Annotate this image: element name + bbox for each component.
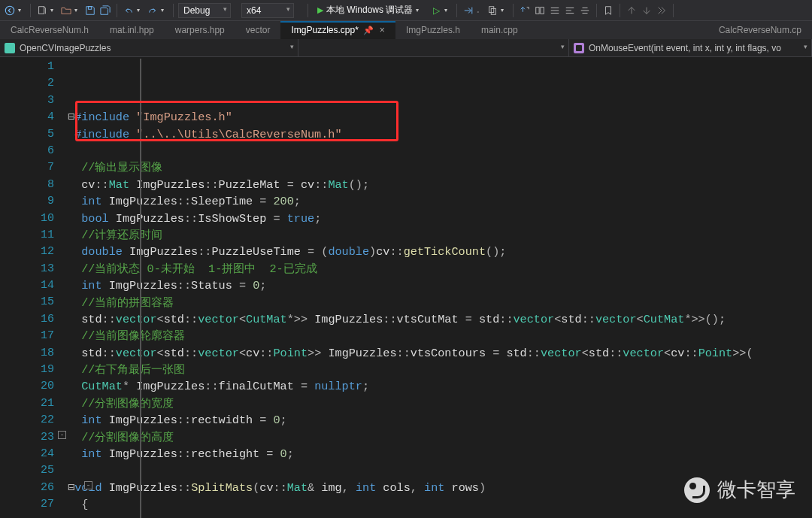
line-number: 2: [0, 75, 54, 92]
line-number: 9: [0, 193, 54, 210]
code-line[interactable]: int ImgPuzzles::rectwidth = 0;: [68, 412, 812, 429]
code-line[interactable]: //输出显示图像: [68, 159, 812, 176]
code-line[interactable]: //分割图像的宽度: [68, 395, 812, 412]
code-line[interactable]: ⊟#include "ImgPuzzles.h": [68, 109, 812, 126]
pin-icon[interactable]: 📌: [363, 26, 374, 35]
tool2-icon[interactable]: [533, 4, 547, 17]
tab-mat-inl-hpp[interactable]: mat.inl.hpp: [99, 21, 165, 39]
line-number: 10: [0, 211, 54, 227]
line-number: 26: [0, 480, 54, 496]
code-line[interactable]: cv::Mat ImgPuzzles::PuzzleMat = cv::Mat(…: [68, 177, 812, 193]
save-icon[interactable]: [83, 4, 97, 17]
line-number: 23: [0, 429, 54, 446]
nav3-icon[interactable]: [655, 4, 668, 17]
save-all-icon[interactable]: [98, 4, 112, 17]
code-line[interactable]: [68, 513, 812, 518]
redo-dropdown[interactable]: ▾: [161, 7, 167, 14]
bookmark-icon[interactable]: [601, 4, 615, 17]
code-line[interactable]: std::vector<std::vector<cv::Point>> ImgP…: [68, 345, 812, 362]
files-icon[interactable]: [486, 4, 499, 17]
code-line[interactable]: CutMat* ImgPuzzles::finalCutMat = nullpt…: [68, 378, 812, 395]
code-line[interactable]: bool ImgPuzzles::IsShowStep = true;: [68, 211, 812, 227]
svg-rect-6: [536, 7, 539, 14]
tool1-icon[interactable]: [518, 4, 532, 17]
new-file-dropdown[interactable]: ▾: [50, 7, 56, 14]
svg-rect-2: [88, 6, 91, 9]
method-icon: [574, 43, 584, 53]
tab-calcreversenum-cpp[interactable]: CalcReverseNum.cp: [708, 21, 812, 39]
line-number: 4: [0, 109, 54, 126]
code-area[interactable]: ⊟#include "ImgPuzzles.h" #include "..\..…: [68, 57, 812, 518]
scope-combo[interactable]: OpenCVImagePuzzles: [0, 39, 298, 56]
line-number: 18: [0, 345, 54, 362]
tab-imgpuzzles-cpp[interactable]: ImgPuzzles.cpp*📌×: [280, 21, 395, 39]
line-number: 5: [0, 126, 54, 143]
document-tabs: CalcReverseNum.h mat.inl.hpp warpers.hpp…: [0, 21, 812, 39]
line-number: 7: [0, 159, 54, 176]
code-line[interactable]: //右下角最后一张图: [68, 362, 812, 378]
code-line[interactable]: int ImgPuzzles::rectheight = 0;: [68, 446, 812, 462]
line-number: 11: [0, 227, 54, 244]
code-line[interactable]: //分割图像的高度: [68, 429, 812, 446]
line-number: 12: [0, 244, 54, 260]
tool3-icon[interactable]: [548, 4, 562, 17]
wechat-icon: [684, 477, 710, 503]
code-line[interactable]: [68, 143, 812, 159]
line-number-gutter: 1234567891011121314151617181920212223242…: [0, 57, 68, 518]
code-line[interactable]: double ImgPuzzles::PuzzleUseTime = (doub…: [68, 244, 812, 260]
undo-icon[interactable]: [122, 4, 135, 17]
main-toolbar: ▾ ▾ ▾ ▾ ▾ Debug x64 ▶ 本地 Windows 调试器 ▾ ▷…: [0, 0, 812, 21]
new-file-icon[interactable]: [35, 4, 49, 17]
watermark-text: 微卡智享: [717, 477, 795, 503]
play-icon: ▶: [317, 5, 323, 15]
platform-value: x64: [247, 5, 261, 16]
code-line[interactable]: //当前状态 0-未开始 1-拼图中 2-已完成: [68, 261, 812, 277]
member-combo[interactable]: OnMouseEvent(int event, int x, int y, in…: [569, 39, 812, 56]
open-folder-icon[interactable]: [59, 4, 73, 17]
nav-back-dropdown[interactable]: ▾: [18, 7, 24, 14]
line-number: 16: [0, 311, 54, 328]
undo-dropdown[interactable]: ▾: [137, 7, 143, 14]
class-combo[interactable]: → ImgPuzzles: [298, 39, 569, 56]
config-combo[interactable]: Debug: [178, 3, 231, 18]
play-small-icon[interactable]: ▷: [429, 4, 443, 17]
start-debug-button[interactable]: ▶ 本地 Windows 调试器 ▾: [313, 3, 428, 17]
tab-vector[interactable]: vector: [235, 21, 281, 39]
line-number: 24: [0, 446, 54, 462]
platform-combo[interactable]: x64: [241, 3, 294, 18]
open-dropdown[interactable]: ▾: [74, 7, 80, 14]
tool5-icon[interactable]: [578, 4, 592, 17]
nav2-icon[interactable]: [640, 4, 653, 17]
code-line[interactable]: int ImgPuzzles::Status = 0;: [68, 277, 812, 294]
step-icon[interactable]: [462, 4, 475, 17]
nav1-icon[interactable]: [625, 4, 638, 17]
redo-icon[interactable]: [146, 4, 159, 17]
play-small-dropdown[interactable]: ▾: [444, 7, 450, 14]
line-number: 19: [0, 362, 54, 378]
line-number: 21: [0, 395, 54, 412]
project-icon: [5, 43, 15, 53]
line-number: 22: [0, 412, 54, 429]
tool4-icon[interactable]: [563, 4, 577, 17]
line-number: 8: [0, 177, 54, 193]
code-editor[interactable]: 1234567891011121314151617181920212223242…: [0, 57, 812, 518]
code-line[interactable]: std::vector<std::vector<CutMat*>> ImgPuz…: [68, 311, 812, 328]
code-line[interactable]: //当前的拼图容器: [68, 295, 812, 311]
code-line[interactable]: #include "..\..\Utils\CalcReverseNum.h": [68, 126, 812, 143]
svg-rect-1: [39, 6, 44, 14]
tab-main-cpp[interactable]: main.cpp: [471, 21, 529, 39]
code-line[interactable]: int ImgPuzzles::SleepTime = 200;: [68, 193, 812, 210]
tab-warpers-hpp[interactable]: warpers.hpp: [165, 21, 235, 39]
collapse-toggle[interactable]: -: [58, 431, 66, 439]
code-line[interactable]: //当前图像轮廓容器: [68, 328, 812, 344]
line-number: 15: [0, 294, 54, 310]
nav-back-icon[interactable]: [3, 4, 17, 17]
code-line[interactable]: //计算还原时间: [68, 227, 812, 244]
line-number: 20: [0, 378, 54, 395]
tab-imgpuzzles-h[interactable]: ImgPuzzles.h: [395, 21, 471, 39]
collapse-toggle[interactable]: -: [84, 481, 92, 489]
line-number: 6: [0, 143, 54, 159]
member-value: OnMouseEvent(int event, int x, int y, in…: [589, 43, 781, 53]
tab-calcreversenum-h[interactable]: CalcReverseNum.h: [0, 21, 99, 39]
close-icon[interactable]: ×: [380, 25, 385, 35]
